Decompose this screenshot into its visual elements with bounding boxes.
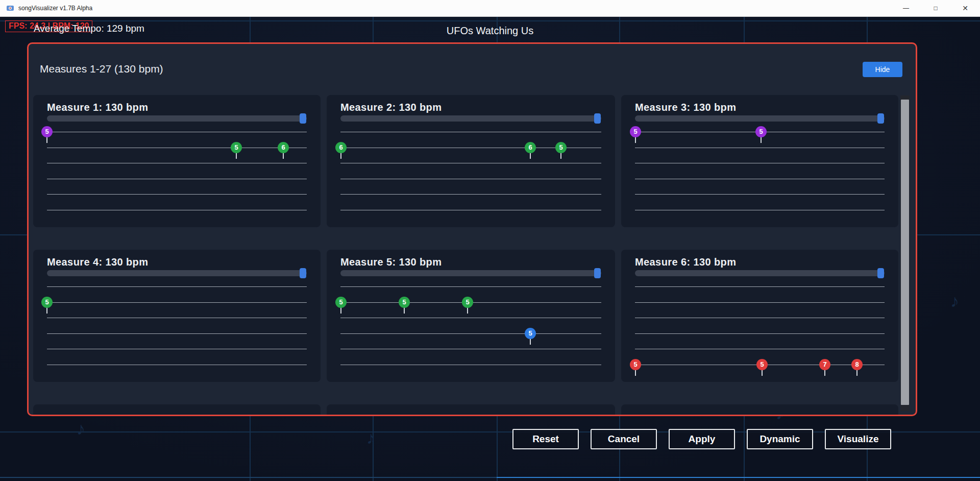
window-title: songVisualizer v1.7B Alpha: [18, 5, 92, 12]
tempo-slider-handle[interactable]: [877, 268, 884, 278]
note-marker[interactable]: 6: [335, 142, 347, 153]
visualize-button[interactable]: Visualize: [825, 429, 891, 449]
note-marker[interactable]: 5: [630, 126, 641, 137]
note-marker[interactable]: 5: [756, 359, 768, 370]
note-marker[interactable]: 5: [399, 297, 410, 308]
tempo-slider[interactable]: [340, 115, 601, 122]
measure-title: Measure 6: 130 bpm: [635, 256, 736, 268]
staff-line: [340, 286, 601, 287]
note-marker[interactable]: 8: [851, 359, 863, 370]
titlebar-left: songVisualizer v1.7B Alpha: [0, 4, 92, 12]
tempo-slider[interactable]: [340, 270, 601, 276]
music-note-icon: ♪: [950, 292, 959, 309]
staff-line: [47, 349, 307, 349]
staff-line: [635, 148, 885, 148]
note-marker[interactable]: 5: [41, 126, 53, 137]
note-marker[interactable]: 5: [41, 297, 53, 308]
staff-line: [635, 210, 885, 210]
measure-title: Measure 5: 130 bpm: [340, 256, 442, 268]
staff-line: [340, 132, 601, 132]
tempo-slider[interactable]: [47, 270, 307, 276]
staff-line: [47, 179, 307, 179]
tempo-slider[interactable]: [47, 115, 307, 122]
note-marker[interactable]: 6: [278, 142, 289, 153]
average-tempo-label: Average Tempo: 129 bpm: [34, 23, 144, 34]
hide-button[interactable]: Hide: [863, 62, 902, 77]
staff-line: [47, 148, 307, 148]
measure-title: Measure 4: 130 bpm: [47, 256, 148, 268]
tempo-slider-handle[interactable]: [594, 268, 601, 278]
staff-line: [340, 210, 601, 210]
grid-line-horizontal-bright: [497, 477, 980, 478]
close-button[interactable]: ✕: [950, 0, 980, 16]
staff-line: [340, 365, 601, 365]
staff-line: [635, 163, 885, 163]
staff-line: [340, 194, 601, 195]
cancel-button[interactable]: Cancel: [591, 429, 657, 449]
staff-line: [47, 163, 307, 163]
apply-button[interactable]: Apply: [669, 429, 735, 449]
reset-button[interactable]: Reset: [512, 429, 579, 449]
staff-line: [635, 333, 885, 334]
app-root: ♪♪♪♪♪ songVisualizer v1.7B Alpha — □ ✕ F…: [0, 0, 980, 481]
staff-line: [47, 132, 307, 132]
staff-line: [47, 302, 307, 303]
tempo-slider-handle[interactable]: [594, 113, 601, 124]
measure-card: Measure 4: 130 bpm5: [33, 250, 321, 382]
song-title: UFOs Watching Us: [0, 25, 980, 37]
note-marker[interactable]: 5: [335, 297, 347, 308]
staff-line: [340, 333, 601, 334]
staff-line: [47, 318, 307, 318]
note-marker[interactable]: 5: [755, 126, 767, 137]
scrollbar-thumb[interactable]: [901, 100, 909, 405]
staff-line: [340, 179, 601, 179]
note-marker[interactable]: 5: [231, 142, 242, 153]
panel-title: Measures 1-27 (130 bpm): [40, 63, 163, 75]
staff-line: [47, 194, 307, 195]
note-marker[interactable]: 5: [462, 297, 473, 308]
staff-line: [635, 349, 885, 349]
music-note-icon: ♪: [366, 429, 375, 446]
music-note-icon: ♪: [77, 420, 85, 437]
tempo-slider-handle[interactable]: [300, 113, 306, 124]
note-marker[interactable]: 6: [525, 142, 536, 153]
maximize-button[interactable]: □: [921, 0, 950, 16]
tempo-slider[interactable]: [635, 115, 885, 122]
staff-line: [340, 163, 601, 163]
footer-actions: ResetCancelApplyDynamicVisualize: [512, 429, 891, 449]
minimize-button[interactable]: —: [891, 0, 921, 16]
tempo-slider-handle[interactable]: [877, 113, 884, 124]
measure-card: Measure 5: 130 bpm5555: [327, 250, 615, 382]
window-controls: — □ ✕: [891, 0, 980, 16]
tempo-slider[interactable]: [635, 270, 885, 276]
staff-line: [47, 210, 307, 210]
staff-line: [635, 302, 885, 303]
note-marker[interactable]: 5: [555, 142, 567, 153]
measure-card: Measure 2: 130 bpm665: [327, 95, 615, 227]
note-marker[interactable]: 5: [630, 359, 641, 370]
staff-line: [635, 286, 885, 287]
staff-line: [47, 333, 307, 334]
staff-line: [340, 318, 601, 318]
measure-card-partial: [33, 404, 321, 416]
grid-line-horizontal-bright: [0, 477, 497, 478]
note-marker[interactable]: 5: [525, 328, 536, 339]
measure-title: Measure 3: 130 bpm: [635, 102, 736, 113]
staff-line: [635, 179, 885, 179]
staff-line: [47, 286, 307, 287]
staff-line: [635, 194, 885, 195]
measure-card: Measure 1: 130 bpm556: [33, 95, 321, 227]
measure-title: Measure 1: 130 bpm: [47, 102, 148, 113]
staff-line: [635, 318, 885, 318]
measure-card: Measure 6: 130 bpm5578: [621, 250, 898, 382]
window-titlebar: songVisualizer v1.7B Alpha — □ ✕: [0, 0, 980, 17]
note-marker[interactable]: 7: [819, 359, 830, 370]
staff-line: [340, 349, 601, 349]
panel-scrollbar[interactable]: [900, 95, 910, 411]
measures-panel: Measures 1-27 (130 bpm) Hide Measure 1: …: [27, 42, 917, 416]
staff-line: [47, 365, 307, 365]
dynamic-button[interactable]: Dynamic: [747, 429, 813, 449]
measure-card-partial: [327, 404, 615, 416]
tempo-slider-handle[interactable]: [300, 268, 306, 278]
measure-title: Measure 2: 130 bpm: [340, 102, 442, 113]
